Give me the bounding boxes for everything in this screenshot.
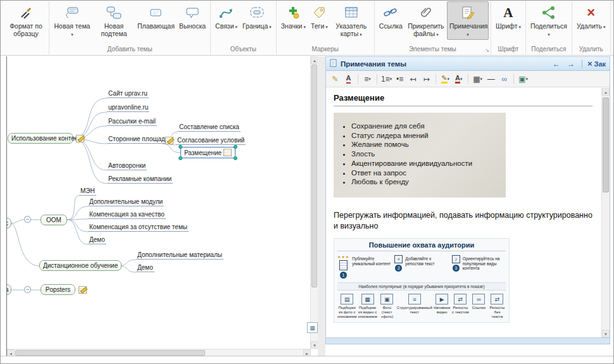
map-index-icon [344, 4, 359, 21]
map-topic-third-party[interactable]: Сторонние площадки [107, 135, 173, 144]
note-image-bullets: Сохранение для себя Статус лидера мнений… [334, 113, 506, 198]
notes-editor[interactable]: Размещение Сохранение для себя Статус ли… [326, 88, 610, 337]
map-topic-site[interactable]: Сайт uprav.ru [107, 90, 149, 98]
map-topic-demo2[interactable]: Демо [136, 264, 154, 272]
map-topic-distance[interactable]: Дистанционное обучение [39, 260, 122, 271]
map-canvas[interactable]: Использование контента Сайт uprav.ru upr… [6, 56, 318, 356]
note-icon[interactable] [78, 286, 87, 294]
collapse-toggle[interactable]: − [24, 216, 31, 223]
map-topic-men[interactable]: МЭН [79, 187, 96, 196]
format-painter-button[interactable]: Формат по образцу [5, 1, 47, 40]
font-dialog-icon[interactable]: A [342, 73, 354, 85]
map-topic-email[interactable]: Рассылки e-mail [107, 118, 157, 126]
map-topic-oom[interactable]: ООМ [41, 215, 67, 225]
map-topic-quality[interactable]: Компенсация за качество [88, 211, 166, 219]
horizontal-rule-icon[interactable]: — [485, 73, 497, 85]
boundary-button[interactable]: Граница [240, 1, 274, 32]
map-topic-materials[interactable]: Дополнительные материалы [136, 251, 223, 260]
panel-splitter[interactable] [318, 56, 325, 356]
repost-notext-icon: ⇄ [491, 294, 503, 304]
scroll-down-icon[interactable]: ▼ [602, 330, 610, 337]
callout-button[interactable]: Выноска [177, 1, 208, 32]
note-bullet: Ответ на запрос [351, 168, 499, 178]
insert-image-icon[interactable]: ▣ [517, 73, 529, 85]
toolbar-divider [513, 74, 514, 84]
floating-topic-button[interactable]: Плавающая [135, 1, 177, 32]
note-icon[interactable] [223, 149, 232, 156]
diagram-item: ∞ Ссылки [470, 294, 487, 319]
ribbon-button-label: Прикрепить файлы [408, 23, 444, 38]
map-topic-absence[interactable]: Компенсация за отсутствие темы [88, 223, 189, 232]
share-button[interactable]: Поделиться [528, 1, 570, 40]
notes-close-button[interactable]: × Зак [587, 59, 606, 68]
note-icon[interactable] [76, 135, 84, 142]
notes-page[interactable]: Размещение Сохранение для себя Статус ли… [334, 93, 592, 323]
notes-forward-button[interactable]: → [565, 60, 577, 68]
map-overview-button[interactable]: ▦ [307, 322, 318, 333]
callout-icon [185, 4, 200, 21]
map-topic-funnels[interactable]: Автоворонки [107, 162, 147, 170]
icons-button[interactable]: Значки [279, 1, 308, 32]
delete-button[interactable]: × Удалить [574, 1, 608, 32]
ribbon-group-topic-elements: Ссылка Прикрепить файлы Примечания Элеме… [375, 1, 491, 54]
dialog-launcher-icon[interactable]: ↘ [485, 47, 489, 53]
tags-button[interactable]: Теги [308, 1, 330, 32]
notes-back-button[interactable]: ← [551, 60, 562, 68]
toolbar-divider [468, 74, 468, 84]
media-note-icon: ♪ [452, 255, 460, 263]
align-icon[interactable]: ≡ [361, 73, 373, 85]
selection-handle[interactable] [179, 145, 182, 149]
status-bar [1, 356, 613, 363]
scroll-thumb[interactable] [311, 65, 317, 287]
selection-handle[interactable] [179, 156, 182, 160]
font-button[interactable]: A Шрифт [493, 1, 523, 32]
map-topic-ad-companies[interactable]: Рекламные компании [107, 175, 173, 184]
map-topic-upravonline[interactable]: upravonline.ru [107, 104, 149, 112]
table-icon[interactable]: ▦ [472, 73, 484, 85]
diagram-item-label: Фото (текст +фото) [379, 306, 396, 319]
map-topic-placement-selected[interactable]: Размещение [180, 147, 235, 158]
relationships-button[interactable]: Связи [213, 1, 240, 32]
bullet-list-icon[interactable]: •≡ [394, 73, 406, 85]
new-subtopic-button[interactable]: Новая подтема [93, 1, 135, 40]
map-topic-usage[interactable]: Использование контента [8, 133, 73, 144]
step-number: 3 [453, 265, 460, 272]
map-topic-list-compilation[interactable]: Составление списка [178, 123, 241, 132]
map-topic-terms[interactable]: Согласование условий [176, 137, 246, 145]
indent-icon[interactable]: ↦ [420, 73, 432, 85]
scroll-thumb[interactable] [603, 97, 609, 192]
new-topic-button[interactable]: Новая тема [51, 1, 93, 40]
diagram-step: ♪ 3 Ориентируйтесь на популярные виды ко… [452, 255, 506, 279]
insert-link-icon[interactable]: ∞ [498, 73, 510, 85]
scroll-thumb[interactable] [15, 350, 205, 356]
mind-map[interactable]: Использование контента Сайт uprav.ru upr… [7, 56, 311, 349]
outdent-icon[interactable]: ↤ [407, 73, 419, 85]
note-icon[interactable] [165, 137, 173, 144]
clear-format-icon[interactable]: ✎ [329, 73, 341, 85]
font-color-icon[interactable]: A [453, 73, 465, 85]
scroll-up-icon[interactable]: ▲ [602, 88, 610, 96]
highlighter-icon[interactable]: ✎ [439, 73, 451, 85]
ribbon-button-label: Ссылка [379, 23, 403, 30]
numbered-list-icon[interactable]: 1≡ [380, 73, 392, 85]
link-button[interactable]: Ссылка [377, 1, 405, 32]
notes-vertical-scrollbar[interactable]: ▲ ▼ [601, 88, 610, 337]
ribbon-button-label: Теги [311, 23, 328, 30]
map-vertical-scrollbar[interactable]: ▲ ▦ ▼ [310, 56, 318, 349]
diagram-title: Повышение охвата аудитории [337, 241, 506, 251]
ribbon-group-label: Объекты [211, 46, 276, 53]
notes-button[interactable]: Примечания [447, 1, 489, 40]
collapse-toggle[interactable]: − [24, 286, 31, 293]
toolbar-divider [358, 74, 358, 84]
notes-panel-title: Примечания темы [341, 60, 406, 68]
font-icon: A [503, 4, 513, 21]
note-paragraph: Перегружать информацией, подавать информ… [334, 210, 592, 232]
map-topic-demo1[interactable]: Демо [88, 236, 106, 244]
ribbon-button-label: Плавающая [137, 23, 174, 30]
note-bullet: Злость [351, 149, 499, 159]
map-index-button[interactable]: Указатель карты [330, 1, 372, 40]
map-topic-modules[interactable]: Дополнительные модули [88, 198, 164, 206]
attach-files-button[interactable]: Прикрепить файлы [405, 1, 447, 40]
map-topic-popsters[interactable]: Popsters [41, 284, 75, 295]
diagram-item-label: Структурированный текст [397, 306, 432, 315]
